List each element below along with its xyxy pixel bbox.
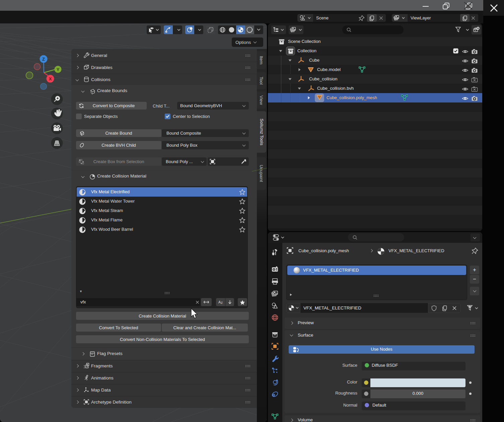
svg-text:Z: Z [42,57,45,62]
svg-text:Y: Y [57,67,60,72]
svg-text:X: X [49,76,52,81]
